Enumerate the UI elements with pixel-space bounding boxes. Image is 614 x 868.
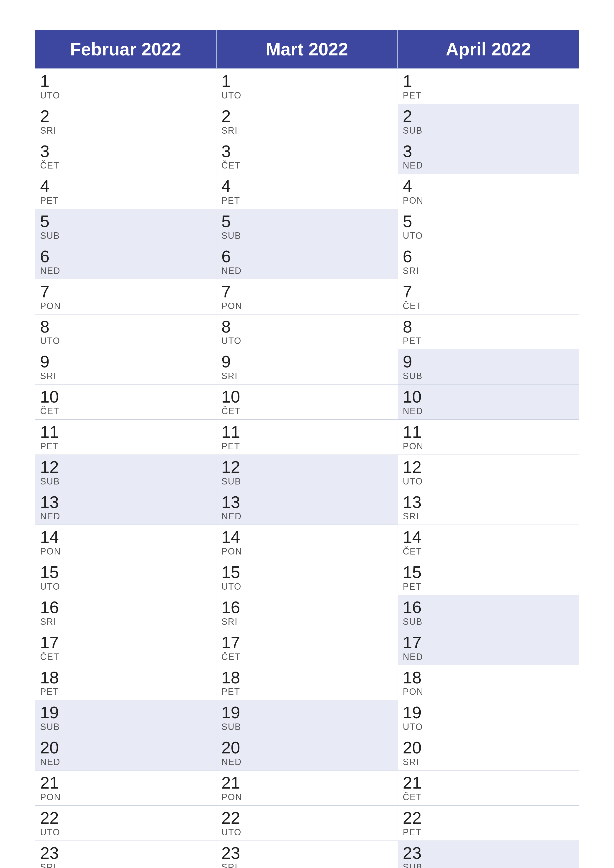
day-number: 4 xyxy=(403,177,574,195)
day-number: 23 xyxy=(40,844,211,862)
day-name: ČET xyxy=(40,406,211,417)
calendar-cell: 18PET xyxy=(216,665,398,700)
calendar-cell: 1UTO xyxy=(216,68,398,104)
calendar-cell: 14PON xyxy=(35,525,216,560)
day-number: 15 xyxy=(403,563,574,581)
day-number: 7 xyxy=(221,282,393,301)
day-name: SUB xyxy=(221,476,393,487)
calendar-page: Februar 2022 Mart 2022 April 2022 1UTO1U… xyxy=(0,0,614,868)
day-number: 14 xyxy=(40,528,211,546)
month-header-mar: Mart 2022 xyxy=(216,30,398,68)
day-number: 4 xyxy=(221,177,393,195)
calendar-cell: 18PON xyxy=(398,665,579,700)
day-name: ČET xyxy=(221,652,393,662)
day-name: PON xyxy=(403,687,574,697)
day-number: 18 xyxy=(403,668,574,687)
day-name: UTO xyxy=(403,722,574,732)
day-name: SUB xyxy=(403,126,574,136)
day-name: PET xyxy=(40,195,211,206)
day-number: 11 xyxy=(221,423,393,441)
calendar-cell: 21PON xyxy=(216,770,398,805)
calendar-cell: 15PET xyxy=(398,560,579,595)
day-name: PON xyxy=(403,441,574,451)
calendar-cell: 5SUB xyxy=(216,209,398,244)
day-name: UTO xyxy=(403,231,574,241)
day-name: SRI xyxy=(221,617,393,627)
day-name: NED xyxy=(403,652,574,662)
calendar-cell: 4PET xyxy=(216,174,398,209)
day-number: 4 xyxy=(40,177,211,195)
day-name: SRI xyxy=(221,126,393,136)
day-number: 2 xyxy=(403,107,574,126)
calendar-cell: 3ČET xyxy=(216,139,398,174)
calendar-cell: 2SRI xyxy=(216,104,398,139)
calendar-cell: 10ČET xyxy=(216,384,398,420)
day-number: 3 xyxy=(221,142,393,161)
day-name: PET xyxy=(403,336,574,346)
day-number: 5 xyxy=(403,212,574,231)
calendar-row: 3ČET3ČET3NED xyxy=(35,139,579,174)
calendar-cell: 6SRI xyxy=(398,244,579,279)
calendar-cell: 1PET xyxy=(398,68,579,104)
day-number: 9 xyxy=(221,352,393,371)
calendar-cell: 17ČET xyxy=(216,630,398,665)
day-name: SUB xyxy=(221,231,393,241)
calendar-row: 14PON14PON14ČET xyxy=(35,525,579,560)
calendar-cell: 23SRI xyxy=(35,840,216,868)
day-number: 1 xyxy=(403,72,574,90)
day-number: 21 xyxy=(403,773,574,792)
day-number: 22 xyxy=(403,809,574,827)
day-name: SUB xyxy=(221,722,393,732)
day-number: 11 xyxy=(403,423,574,441)
calendar-cell: 5SUB xyxy=(35,209,216,244)
day-name: NED xyxy=(403,406,574,417)
day-number: 6 xyxy=(221,247,393,266)
day-name: UTO xyxy=(221,827,393,837)
calendar-row: 1UTO1UTO1PET xyxy=(35,68,579,104)
calendar-cell: 2SRI xyxy=(35,104,216,139)
calendar-row: 8UTO8UTO8PET xyxy=(35,314,579,349)
day-number: 10 xyxy=(403,388,574,406)
day-number: 12 xyxy=(403,458,574,476)
calendar-row: 15UTO15UTO15PET xyxy=(35,560,579,595)
month-header-feb: Februar 2022 xyxy=(35,30,216,68)
calendar-cell: 17NED xyxy=(398,630,579,665)
day-name: SUB xyxy=(40,722,211,732)
day-number: 8 xyxy=(403,318,574,336)
calendar-row: 11PET11PET11PON xyxy=(35,419,579,454)
day-name: UTO xyxy=(221,581,393,592)
day-number: 6 xyxy=(403,247,574,266)
day-name: NED xyxy=(221,757,393,767)
calendar-cell: 16SUB xyxy=(398,595,579,630)
day-name: UTO xyxy=(40,827,211,837)
day-name: ČET xyxy=(403,546,574,557)
calendar-cell: 11PET xyxy=(216,419,398,454)
day-number: 7 xyxy=(40,282,211,301)
day-name: NED xyxy=(221,266,393,276)
calendar-cell: 23SUB xyxy=(398,840,579,868)
day-name: SRI xyxy=(40,371,211,381)
day-number: 9 xyxy=(40,352,211,371)
day-name: PET xyxy=(403,581,574,592)
calendar-row: 7PON7PON7ČET xyxy=(35,279,579,314)
day-number: 22 xyxy=(221,809,393,827)
day-name: SUB xyxy=(40,476,211,487)
day-name: UTO xyxy=(40,336,211,346)
calendar-cell: 14ČET xyxy=(398,525,579,560)
calendar-row: 16SRI16SRI16SUB xyxy=(35,595,579,630)
day-number: 14 xyxy=(403,528,574,546)
calendar-row: 6NED6NED6SRI xyxy=(35,244,579,279)
day-name: SRI xyxy=(40,126,211,136)
day-number: 13 xyxy=(221,493,393,512)
day-name: PET xyxy=(221,441,393,451)
day-name: SRI xyxy=(40,862,211,868)
day-number: 22 xyxy=(40,809,211,827)
calendar-cell: 9SRI xyxy=(35,349,216,384)
day-name: UTO xyxy=(221,90,393,101)
day-number: 18 xyxy=(40,668,211,687)
calendar-cell: 2SUB xyxy=(398,104,579,139)
day-name: ČET xyxy=(403,792,574,803)
calendar-cell: 12SUB xyxy=(35,454,216,490)
day-number: 13 xyxy=(403,493,574,512)
day-number: 23 xyxy=(403,844,574,862)
